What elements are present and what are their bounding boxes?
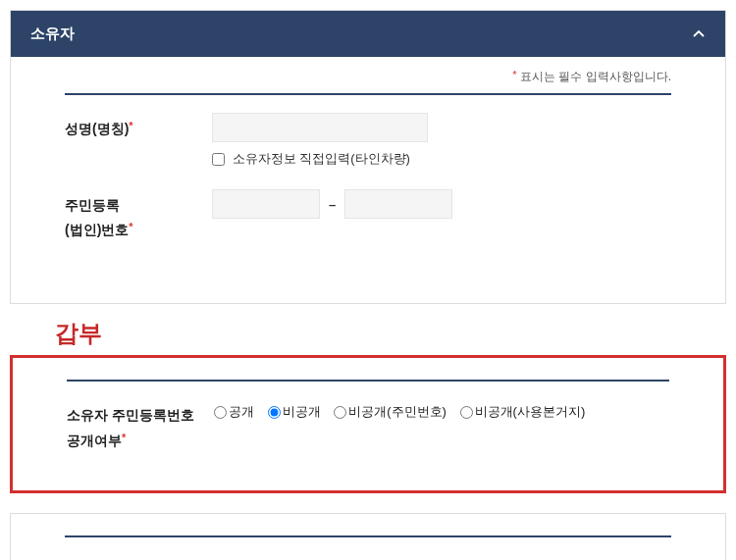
history-panel: 자동차 등록내역 표시 전체내역 최종내역: [10, 513, 726, 560]
required-star-icon: *: [122, 432, 126, 443]
rrn-input-2[interactable]: [344, 189, 452, 219]
required-note-text: 표시는 필수 입력사항입니다.: [520, 70, 671, 83]
rrn-value-cell: –: [212, 189, 671, 219]
owner-panel-title: 소유자: [30, 25, 75, 43]
section-divider: [65, 93, 671, 95]
disclosure-option-private-addr[interactable]: 비공개(사용본거지): [460, 404, 586, 419]
direct-input-checkbox[interactable]: [212, 153, 225, 166]
section-divider: [67, 380, 669, 382]
section-divider: [65, 535, 671, 537]
disclosure-options: 공개 비공개 비공개(주민번호) 비공개(사용본거지): [214, 399, 669, 421]
owner-panel: 소유자 * 표시는 필수 입력사항입니다. 성명(명칭)* 소유자정보 직접입력…: [10, 10, 726, 304]
disclosure-option-private-rrn[interactable]: 비공개(주민번호): [334, 404, 449, 419]
disclosure-option-public[interactable]: 공개: [214, 404, 258, 419]
name-row: 성명(명칭)* 소유자정보 직접입력(타인차량): [65, 113, 671, 168]
disclosure-label: 소유자 주민등록번호 공개여부*: [67, 399, 214, 452]
disclosure-panel-body: 소유자 주민등록번호 공개여부* 공개 비공개 비공개(주민번호) 비공개(사용…: [13, 358, 723, 489]
history-label: 자동차 등록내역 표시: [65, 555, 212, 560]
direct-input-label-wrap[interactable]: 소유자정보 직접입력(타인차량): [212, 151, 410, 166]
history-options: 전체내역 최종내역: [212, 555, 671, 560]
rrn-row: 주민등록 (법인)번호* –: [65, 189, 671, 242]
direct-input-label: 소유자정보 직접입력(타인차량): [233, 151, 410, 166]
disclosure-radio-public[interactable]: [214, 406, 227, 419]
required-star-icon: *: [129, 120, 132, 131]
disclosure-panel: 소유자 주민등록번호 공개여부* 공개 비공개 비공개(주민번호) 비공개(사용…: [10, 355, 726, 492]
history-panel-body: 자동차 등록내역 표시 전체내역 최종내역: [11, 514, 725, 560]
history-row: 자동차 등록내역 표시 전체내역 최종내역: [65, 555, 671, 560]
chevron-up-icon: [692, 27, 706, 41]
required-note: * 표시는 필수 입력사항입니다.: [65, 57, 671, 93]
name-value-cell: 소유자정보 직접입력(타인차량): [212, 113, 671, 168]
rrn-label: 주민등록 (법인)번호*: [65, 189, 212, 242]
disclosure-row: 소유자 주민등록번호 공개여부* 공개 비공개 비공개(주민번호) 비공개(사용…: [67, 399, 669, 452]
owner-name-input[interactable]: [212, 113, 428, 142]
required-star-icon: *: [512, 69, 516, 80]
name-label: 성명(명칭)*: [65, 113, 212, 141]
annotation-gabbu: 갑부: [55, 318, 736, 349]
disclosure-radio-private-rrn[interactable]: [334, 406, 346, 419]
owner-panel-header[interactable]: 소유자: [11, 11, 725, 57]
disclosure-radio-private[interactable]: [268, 406, 281, 419]
required-star-icon: *: [129, 221, 132, 232]
disclosure-radio-private-addr[interactable]: [460, 406, 473, 419]
direct-input-line: 소유자정보 직접입력(타인차량): [212, 150, 671, 168]
disclosure-option-private[interactable]: 비공개: [268, 404, 325, 419]
rrn-dash: –: [324, 197, 342, 212]
rrn-input-1[interactable]: [212, 189, 320, 219]
owner-panel-body: * 표시는 필수 입력사항입니다. 성명(명칭)* 소유자정보 직접입력(타인차…: [11, 57, 725, 303]
